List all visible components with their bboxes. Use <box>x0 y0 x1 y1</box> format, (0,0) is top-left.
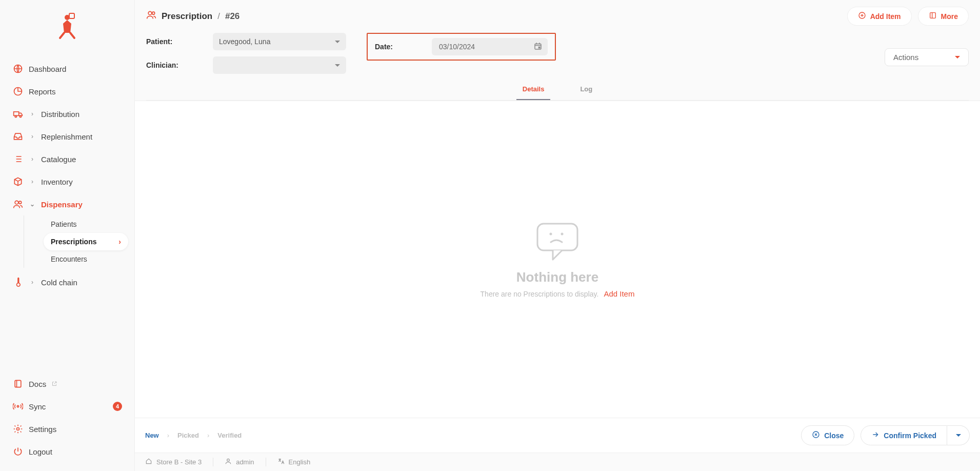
add-item-button[interactable]: Add Item <box>847 7 912 26</box>
translate-icon <box>277 458 285 466</box>
globe-icon <box>12 63 24 74</box>
tab-label: Log <box>580 85 592 93</box>
svg-point-5 <box>15 115 16 117</box>
date-input[interactable]: 03/10/2024 <box>432 38 548 55</box>
svg-rect-9 <box>15 380 21 387</box>
sidebar-bottom: Docs Sync 4 Settings <box>0 372 134 466</box>
book-icon <box>12 378 24 389</box>
sidebar-subitem-prescriptions[interactable]: Prescriptions › <box>44 233 128 250</box>
sidebar-item-label: Distribution <box>41 110 79 119</box>
box-icon <box>12 176 24 187</box>
sidebar-item-catalogue[interactable]: › Catalogue <box>6 148 128 170</box>
sidebar-item-settings[interactable]: Settings <box>6 418 128 440</box>
list-icon <box>12 153 24 165</box>
svg-rect-18 <box>537 224 577 250</box>
app-logo <box>0 5 134 57</box>
external-link-icon <box>51 380 57 388</box>
sidebar-item-label: Sync <box>29 402 46 411</box>
status-step-new: New <box>145 431 159 439</box>
sidebar-item-sync[interactable]: Sync 4 <box>6 395 128 418</box>
close-button[interactable]: Close <box>801 425 854 445</box>
actions-dropdown[interactable]: Actions <box>885 48 969 66</box>
sync-badge: 4 <box>113 402 122 411</box>
sidebar-item-inventory[interactable]: › Inventory <box>6 170 128 193</box>
svg-point-10 <box>17 405 18 407</box>
clinician-label: Clinician: <box>146 61 203 69</box>
footer-store[interactable]: Store B - Site 3 <box>145 458 213 466</box>
sidebar-item-dashboard[interactable]: Dashboard <box>6 57 128 80</box>
page-title: Prescription <box>162 11 212 22</box>
svg-rect-0 <box>69 13 74 18</box>
chevron-right-icon: › <box>29 133 36 140</box>
svg-point-22 <box>227 459 230 461</box>
svg-point-7 <box>15 201 18 204</box>
user-icon <box>225 458 232 466</box>
sidebar-subitem-patients[interactable]: Patients <box>44 215 128 233</box>
date-label: Date: <box>375 43 393 51</box>
button-label: Close <box>824 431 844 440</box>
footer-language[interactable]: English <box>277 458 322 466</box>
chevron-right-icon: › <box>29 110 36 117</box>
svg-point-6 <box>19 115 21 117</box>
svg-point-8 <box>19 201 22 204</box>
clinician-select[interactable] <box>213 56 346 74</box>
chevron-down-icon: ⌄ <box>29 201 36 208</box>
actions-label: Actions <box>893 53 918 62</box>
tab-details[interactable]: Details <box>516 81 551 100</box>
status-bar: New › Picked › Verified Close <box>135 418 980 453</box>
breadcrumb-separator: / <box>217 11 220 22</box>
sidebar-item-logout[interactable]: Logout <box>6 440 128 463</box>
more-button[interactable]: More <box>918 7 969 26</box>
sidebar-item-distribution[interactable]: › Distribution <box>6 103 128 125</box>
footer-bar: Store B - Site 3 admin English <box>135 453 980 471</box>
sidebar-item-reports[interactable]: Reports <box>6 80 128 103</box>
footer-user[interactable]: admin <box>225 458 266 466</box>
caret-down-icon <box>955 56 960 58</box>
chevron-right-icon: › <box>29 155 36 163</box>
sidebar-item-label: Catalogue <box>41 155 76 164</box>
confirm-picked-button[interactable]: Confirm Picked <box>861 425 947 445</box>
subitem-label: Encounters <box>51 255 87 263</box>
sidebar-item-dispensary[interactable]: ⌄ Dispensary <box>6 193 128 215</box>
sidebar-item-label: Docs <box>29 380 46 388</box>
chevron-right-icon: › <box>167 431 169 439</box>
sidebar-subitem-encounters[interactable]: Encounters <box>44 250 128 268</box>
status-step-verified: Verified <box>217 431 242 439</box>
footer-user-label: admin <box>236 458 254 466</box>
tab-label: Details <box>523 85 545 93</box>
svg-point-13 <box>152 12 155 14</box>
sidebar-item-coldchain[interactable]: › Cold chain <box>6 271 128 293</box>
button-label: Confirm Picked <box>884 431 936 440</box>
status-steps: New › Picked › Verified <box>145 431 242 439</box>
chevron-right-icon: › <box>29 279 36 286</box>
svg-point-1 <box>65 15 70 20</box>
empty-subtitle: There are no Prescriptions to display. <box>481 290 599 298</box>
subitem-label: Prescriptions <box>51 238 96 246</box>
patient-field: Patient: Lovegood, Luna <box>146 33 346 50</box>
inbox-icon <box>12 131 24 142</box>
chevron-right-icon: › <box>29 178 36 185</box>
caret-down-icon <box>335 64 340 67</box>
broadcast-icon <box>12 401 24 412</box>
sidebar-item-label: Settings <box>29 425 56 434</box>
sidebar-item-label: Cold chain <box>41 278 77 287</box>
caret-down-icon <box>335 41 340 43</box>
empty-title: Nothing here <box>516 269 598 285</box>
date-highlight-box: Date: 03/10/2024 <box>367 33 556 61</box>
tab-log[interactable]: Log <box>574 81 598 100</box>
svg-rect-17 <box>539 47 540 48</box>
patient-select[interactable]: Lovegood, Luna <box>213 33 346 50</box>
clinician-field: Clinician: <box>146 56 346 74</box>
svg-rect-15 <box>930 13 935 18</box>
add-item-link[interactable]: Add Item <box>604 289 634 298</box>
sidebar-item-docs[interactable]: Docs <box>6 372 128 395</box>
footer-store-label: Store B - Site 3 <box>156 458 202 466</box>
sidebar-item-label: Dashboard <box>29 65 66 73</box>
confirm-dropdown-toggle[interactable] <box>947 425 970 445</box>
tab-bar: Details Log <box>146 81 969 101</box>
svg-point-11 <box>17 428 19 430</box>
button-label: Add Item <box>870 12 901 21</box>
sidebar-item-label: Inventory <box>41 178 73 186</box>
sidebar-item-replenishment[interactable]: › Replenishment <box>6 125 128 148</box>
sidebar-item-label: Dispensary <box>41 200 83 209</box>
